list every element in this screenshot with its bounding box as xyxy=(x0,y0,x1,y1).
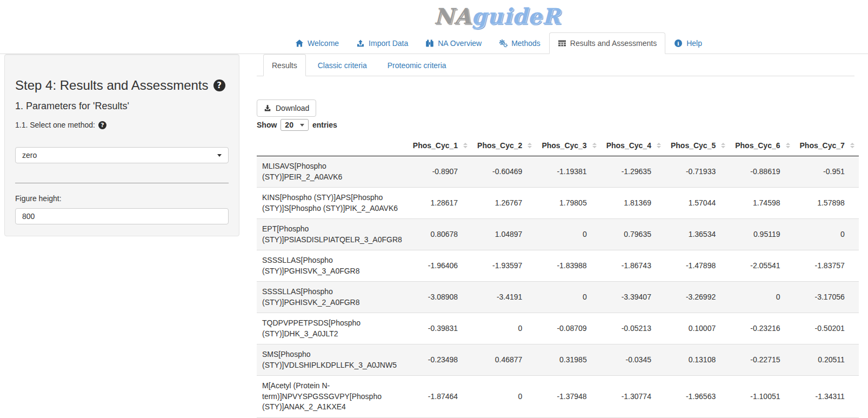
cell-value: -0.951 xyxy=(794,156,859,188)
row-label: M[Acetyl (Protein N-term)]NPVYSPGSSGVPY[… xyxy=(257,376,408,418)
cell-value: -0.50201 xyxy=(794,313,859,344)
info-circle-icon: i xyxy=(674,39,683,48)
cell-value: 1.57044 xyxy=(665,188,730,219)
parameters-section-title: 1. Parameters for 'Results' xyxy=(15,100,229,112)
gears-icon xyxy=(499,39,508,48)
column-header[interactable]: Phos_Cyc_2 xyxy=(472,135,536,156)
cell-value: 1.26767 xyxy=(472,188,536,219)
column-header[interactable]: Phos_Cyc_5 xyxy=(665,135,730,156)
row-label: KINS[Phospho (STY)]APS[Phospho (STY)]S[P… xyxy=(257,188,408,219)
tab-classic-criteria-link[interactable]: Classic criteria xyxy=(309,54,376,76)
table-row: SMS[Phospho (STY)]VDLSHIPLKDPLLFK_3_A0JN… xyxy=(257,344,859,376)
method-selected-value: zero xyxy=(22,151,37,160)
nav-link-help[interactable]: i Help xyxy=(665,32,711,54)
row-label: MLISAVS[Phospho (STY)]PEIR_2_A0AVK6 xyxy=(257,156,408,188)
column-header[interactable]: Phos_Cyc_1 xyxy=(408,135,472,156)
cell-value: -1.93597 xyxy=(472,250,536,282)
row-label: SSSSLLAS[Phospho (STY)]PGHISVK_3_A0FGR8 xyxy=(257,250,408,282)
logo-part-guider: guideR xyxy=(471,3,560,29)
cell-value: -1.83988 xyxy=(536,250,600,282)
row-label: TQDPVPPETPSDS[Phospho (STY)]DHK_3_A0JLT2 xyxy=(257,313,408,344)
sort-icon xyxy=(657,143,661,148)
results-table: Phos_Cyc_1 Phos_Cyc_2 Phos_Cyc_3 Phos_Cy… xyxy=(257,135,859,418)
nav-label: Methods xyxy=(511,38,540,48)
cell-value: 0.46877 xyxy=(472,344,536,376)
entries-label: entries xyxy=(312,121,337,129)
tab-results-link[interactable]: Results xyxy=(263,54,306,76)
column-header[interactable]: Phos_Cyc_4 xyxy=(601,135,665,156)
cell-value: 0 xyxy=(472,376,536,418)
cell-value: -0.23498 xyxy=(408,344,472,376)
step-title-text: Step 4: Results and Assessments xyxy=(15,78,209,93)
nav-link-results-and-assessments[interactable]: Results and Assessments xyxy=(549,32,665,54)
help-question-icon[interactable]: ? xyxy=(213,79,225,91)
nav-link-methods[interactable]: Methods xyxy=(490,32,549,54)
method-select-dropdown[interactable]: zero xyxy=(15,147,229,163)
cell-value: -2.05541 xyxy=(730,250,794,282)
cell-value: -0.8907 xyxy=(408,156,472,188)
select-arrow-icon xyxy=(300,124,304,127)
cell-value: 0.95119 xyxy=(730,219,794,250)
nav-item-welcome: Welcome xyxy=(286,32,348,54)
column-header[interactable]: Phos_Cyc_6 xyxy=(730,135,794,156)
tab-proteomic-criteria-link[interactable]: Proteomic criteria xyxy=(379,54,455,76)
nav-item-methods: Methods xyxy=(490,32,549,54)
sub-tabbar: Results Classic criteria Proteomic crite… xyxy=(257,54,854,76)
nav-item-import-data: Import Data xyxy=(348,32,417,54)
cell-value: -1.30774 xyxy=(601,376,665,418)
cell-value: -1.47898 xyxy=(665,250,730,282)
cell-value: -0.39831 xyxy=(408,313,472,344)
download-button-label: Download xyxy=(276,103,309,113)
cell-value: -0.08709 xyxy=(536,313,600,344)
cell-value: 0 xyxy=(794,219,859,250)
svg-text:i: i xyxy=(677,41,679,47)
table-row: MLISAVS[Phospho (STY)]PEIR_2_A0AVK6 -0.8… xyxy=(257,156,859,188)
column-header[interactable]: Phos_Cyc_3 xyxy=(536,135,600,156)
home-icon xyxy=(295,39,304,48)
nav-item-na-overview: NA Overview xyxy=(417,32,490,54)
cell-value: 0.13108 xyxy=(665,344,730,376)
cell-value: 1.04897 xyxy=(472,219,536,250)
cell-value: -0.0345 xyxy=(601,344,665,376)
cell-value: 1.28617 xyxy=(408,188,472,219)
nav-item-help: i Help xyxy=(665,32,711,54)
cell-value: -1.34311 xyxy=(794,376,859,418)
nav-link-na-overview[interactable]: NA Overview xyxy=(417,32,490,54)
method-help-question-icon[interactable]: ? xyxy=(98,121,106,129)
table-row: EPT[Phospho (STY)]PSIASDISLPIATQELR_3_A0… xyxy=(257,219,859,250)
cell-value: 1.79805 xyxy=(536,188,600,219)
cell-value: -3.17056 xyxy=(794,282,859,313)
column-header-label: Phos_Cyc_2 xyxy=(477,141,522,150)
page-length-select[interactable]: 20 xyxy=(281,119,309,131)
cell-value: -1.37948 xyxy=(536,376,600,418)
sort-icon xyxy=(463,143,468,148)
cell-value: 0.10007 xyxy=(665,313,730,344)
figure-height-input[interactable] xyxy=(15,208,229,224)
row-label: SSSSLLAS[Phospho (STY)]PGHISVK_2_A0FGR8 xyxy=(257,282,408,313)
cell-value: 0 xyxy=(730,282,794,313)
nav-link-welcome[interactable]: Welcome xyxy=(286,32,348,54)
show-label: Show xyxy=(257,121,277,129)
header: NAguideR xyxy=(0,0,868,32)
cell-value: -3.4191 xyxy=(472,282,536,313)
cell-value: -0.71933 xyxy=(665,156,730,188)
cell-value: 1.57898 xyxy=(794,188,859,219)
results-table-head: Phos_Cyc_1 Phos_Cyc_2 Phos_Cyc_3 Phos_Cy… xyxy=(257,135,859,156)
nav-link-import-data[interactable]: Import Data xyxy=(348,32,417,54)
binoculars-icon xyxy=(425,39,434,48)
app-logo: NAguideR xyxy=(434,3,561,29)
upload-icon xyxy=(356,39,365,48)
cell-value: 1.81369 xyxy=(601,188,665,219)
nav-label: Welcome xyxy=(308,38,339,48)
cell-value: -3.08908 xyxy=(408,282,472,313)
column-header[interactable]: Phos_Cyc_7 xyxy=(794,135,859,156)
cell-value: 0 xyxy=(536,282,600,313)
download-button[interactable]: Download xyxy=(257,99,316,117)
header-row: Phos_Cyc_1 Phos_Cyc_2 Phos_Cyc_3 Phos_Cy… xyxy=(257,135,859,156)
tab-classic-criteria: Classic criteria xyxy=(309,54,376,76)
show-entries-control: Show 20 entries xyxy=(257,119,854,131)
nav-label: NA Overview xyxy=(438,38,482,48)
column-header-label: Phos_Cyc_5 xyxy=(671,141,716,150)
cell-value: -1.29635 xyxy=(601,156,665,188)
sort-icon xyxy=(850,143,854,148)
